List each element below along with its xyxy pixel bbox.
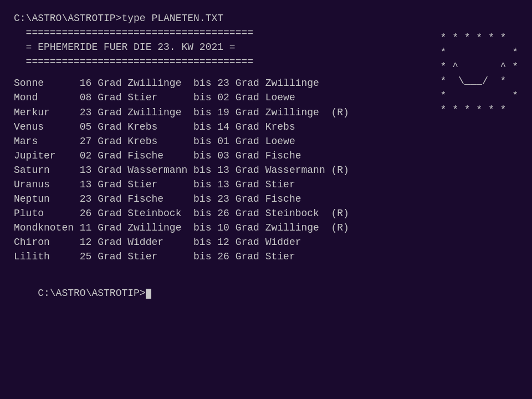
planet-row: Chiron 12 Grad Widder bis 12 Grad Widder	[14, 235, 518, 249]
planet-row: Uranus 13 Grad Stier bis 13 Grad Stier	[14, 177, 518, 192]
final-prompt: C:\ASTRO\ASTROTIP>	[14, 272, 518, 315]
planet-row: Venus 05 Grad Krebs bis 14 Grad Krebs	[14, 120, 518, 134]
planet-row: Lilith 25 Grad Stier bis 26 Grad Stier	[14, 249, 518, 264]
planet-row: Mondknoten 11 Grad Zwillinge bis 10 Grad…	[14, 221, 518, 235]
planet-row: Neptun 23 Grad Fische bis 23 Grad Fische	[14, 192, 518, 206]
planet-row: Saturn 13 Grad Wassermann bis 13 Grad Wa…	[14, 163, 518, 177]
cursor-blink	[146, 289, 151, 299]
planet-row: Pluto 26 Grad Steinbock bis 26 Grad Stei…	[14, 206, 518, 221]
command-line: C:\ASTRO\ASTROTIP>type PLANETEN.TXT	[14, 11, 518, 25]
ascii-art-decoration: * * * * * * * * * ^ ^ * * \___/ * * * * …	[441, 30, 518, 117]
terminal-window: C:\ASTRO\ASTROTIP>type PLANETEN.TXT ====…	[0, 0, 532, 399]
planet-row: Mars 27 Grad Krebs bis 01 Grad Loewe	[14, 134, 518, 149]
planet-row: Jupiter 02 Grad Fische bis 03 Grad Fisch…	[14, 149, 518, 163]
